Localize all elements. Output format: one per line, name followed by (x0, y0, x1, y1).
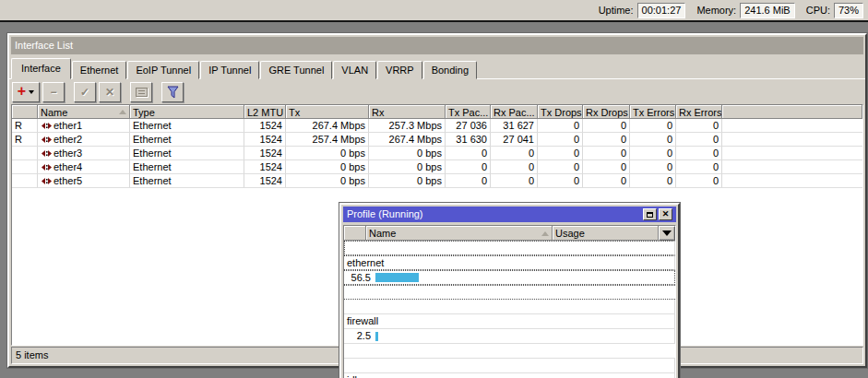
chevron-down-icon (662, 230, 672, 236)
col-rx[interactable]: Rx (369, 105, 446, 119)
table-row[interactable]: R ether2 Ethernet 1524 257.4 Mbps 267.4 … (12, 133, 862, 147)
usage-bar (375, 332, 378, 341)
table-row[interactable]: ether4 Ethernet 1524 0 bps 0 bps 0 0 0 0… (12, 160, 862, 174)
profile-col-sel (344, 226, 366, 241)
col-l2mtu[interactable]: L2 MTU (244, 105, 286, 119)
interface-name: ether1 (54, 119, 82, 132)
uptime-value: 00:01:27 (637, 3, 686, 18)
col-flags[interactable] (12, 105, 38, 119)
profile-window: Profile (Running) ✕ Name Usage ethernet … (339, 203, 680, 378)
interface-name: ether2 (54, 133, 82, 146)
tab-eoip-tunnel[interactable]: EoIP Tunnel (127, 61, 199, 79)
tab-ip-tunnel[interactable]: IP Tunnel (200, 61, 259, 79)
cpu-label: CPU: (806, 5, 830, 16)
profile-col-usage[interactable]: Usage (553, 226, 659, 241)
col-tx-packets[interactable]: Tx Pac... (446, 105, 491, 119)
maximize-button[interactable] (643, 208, 657, 220)
tab-gre-tunnel[interactable]: GRE Tunnel (260, 61, 332, 79)
close-button[interactable]: ✕ (659, 208, 672, 220)
tab-bonding[interactable]: Bonding (423, 61, 477, 79)
col-rx-errors[interactable]: Rx Errors (676, 105, 722, 119)
col-tx-drops[interactable]: Tx Drops (538, 105, 583, 119)
disable-button[interactable]: ✕ (99, 82, 121, 102)
add-icon: + (18, 84, 26, 99)
sort-asc-icon (541, 231, 549, 236)
remove-button[interactable]: − (42, 82, 65, 102)
add-dropdown-icon (29, 90, 34, 94)
interface-name: ether4 (54, 160, 82, 173)
enable-check-icon: ✓ (80, 87, 89, 98)
ethernet-interface-icon (42, 149, 52, 158)
profile-title: Profile (Running) (347, 207, 641, 222)
memory-label: Memory: (696, 5, 736, 16)
profile-col-name[interactable]: Name (366, 226, 553, 241)
profile-name: firewall (344, 314, 675, 329)
tab-vlan[interactable]: VLAN (333, 61, 376, 79)
ethernet-interface-icon (42, 136, 52, 144)
table-row[interactable]: R ether1 Ethernet 1524 267.4 Mbps 257.3 … (12, 119, 862, 133)
filter-button[interactable] (161, 82, 184, 102)
tab-vrrp[interactable]: VRRP (377, 61, 422, 79)
usage-bar (375, 273, 419, 282)
interface-toolbar: + − ✓ ✕ (9, 79, 865, 104)
column-select-button[interactable] (659, 226, 675, 241)
interface-list-titlebar[interactable]: Interface List (11, 37, 863, 54)
col-rx-packets[interactable]: Rx Pac... (491, 105, 538, 119)
usage-value: 56.5 (347, 271, 371, 285)
interface-name: ether5 (54, 174, 82, 187)
comment-button[interactable] (130, 82, 152, 102)
tab-interface[interactable]: Interface (11, 58, 71, 79)
remove-icon: − (50, 87, 56, 98)
interface-name: ether3 (54, 147, 82, 159)
interface-list-tabs: Interface Ethernet EoIP Tunnel IP Tunnel… (9, 56, 865, 79)
memory-value: 241.6 MiB (740, 3, 795, 18)
profile-table-header: Name Usage (344, 226, 675, 241)
profile-titlebar[interactable]: Profile (Running) ✕ (343, 207, 676, 222)
ethernet-interface-icon (42, 122, 52, 130)
interface-list-title: Interface List (15, 37, 860, 54)
profile-name: idle (344, 373, 675, 378)
interface-table-body: R ether1 Ethernet 1524 267.4 Mbps 257.3 … (12, 119, 862, 188)
uptime-label: Uptime: (599, 5, 634, 16)
items-count: 5 items (16, 349, 48, 360)
table-row[interactable]: ether3 Ethernet 1524 0 bps 0 bps 0 0 0 0… (12, 147, 862, 160)
profile-table: Name Usage ethernet 56.5 firewall 2.5 (343, 225, 676, 378)
table-row[interactable]: ether5 Ethernet 1524 0 bps 0 bps 0 0 0 0… (12, 174, 862, 188)
profile-table-body: ethernet 56.5 firewall 2.5 idle (344, 241, 675, 378)
winbox-desktop: { "status_bar": { "uptime_label": "Uptim… (0, 0, 868, 378)
filter-funnel-icon (167, 86, 179, 99)
col-rx-drops[interactable]: Rx Drops (583, 105, 630, 119)
comment-icon (136, 88, 148, 97)
enable-button[interactable]: ✓ (74, 82, 96, 102)
col-name[interactable]: Name (38, 105, 130, 119)
col-type[interactable]: Type (130, 105, 244, 119)
ethernet-interface-icon (42, 177, 52, 185)
close-icon: ✕ (662, 210, 670, 219)
sort-asc-icon (119, 110, 126, 114)
col-tx[interactable]: Tx (286, 105, 369, 119)
ethernet-interface-icon (42, 163, 52, 171)
profile-name: ethernet (344, 255, 675, 270)
tab-ethernet[interactable]: Ethernet (72, 61, 127, 79)
maximize-icon (647, 212, 653, 218)
col-filler (722, 105, 862, 119)
global-status-bar: Uptime: 00:01:27 Memory: 241.6 MiB CPU: … (0, 0, 868, 22)
interface-table-header: Name Type L2 MTU Tx Rx Tx Pac... Rx Pac.… (12, 105, 862, 119)
cpu-value: 73% (834, 3, 863, 18)
col-tx-errors[interactable]: Tx Errors (630, 105, 676, 119)
usage-value: 2.5 (347, 329, 371, 343)
disable-x-icon: ✕ (105, 87, 114, 98)
add-button[interactable]: + (12, 82, 40, 102)
